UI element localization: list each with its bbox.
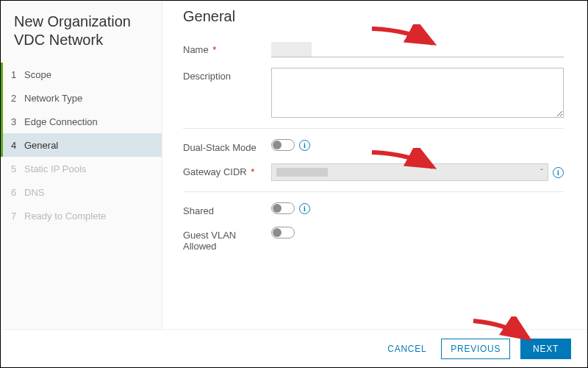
guest-vlan-toggle[interactable] bbox=[271, 227, 295, 238]
step-label: Edge Connection bbox=[24, 116, 98, 127]
step-label: Scope bbox=[24, 69, 51, 80]
label-name: Name * bbox=[183, 41, 271, 55]
step-label: Static IP Pools bbox=[24, 163, 86, 174]
wizard-title: New Organization VDC Network bbox=[1, 8, 162, 63]
required-mark: * bbox=[212, 44, 216, 55]
step-number: 5 bbox=[11, 163, 24, 174]
step-label: Ready to Complete bbox=[24, 210, 106, 222]
row-guest-vlan: Guest VLAN Allowed bbox=[183, 227, 564, 252]
step-label: DNS bbox=[24, 187, 44, 198]
row-dual-stack: Dual-Stack Mode i bbox=[183, 139, 564, 153]
label-gateway-cidr: Gateway CIDR * bbox=[183, 163, 271, 177]
info-icon[interactable]: i bbox=[553, 167, 564, 178]
previous-button[interactable]: PREVIOUS bbox=[441, 339, 510, 359]
divider bbox=[183, 128, 564, 129]
cancel-button[interactable]: CANCEL bbox=[383, 339, 431, 358]
step-scope[interactable]: 1Scope bbox=[1, 63, 162, 86]
step-number: 4 bbox=[11, 140, 24, 151]
step-ready-to-complete: 7Ready to Complete bbox=[1, 204, 162, 227]
info-icon[interactable]: i bbox=[299, 140, 310, 151]
row-shared: Shared i bbox=[183, 202, 564, 216]
name-input[interactable] bbox=[271, 42, 312, 57]
row-description: Description bbox=[183, 68, 564, 118]
description-textarea[interactable] bbox=[271, 68, 564, 118]
step-general[interactable]: 4General bbox=[1, 133, 162, 157]
page-title: General bbox=[183, 8, 564, 25]
label-dual-stack: Dual-Stack Mode bbox=[183, 139, 271, 153]
row-name: Name * bbox=[183, 41, 564, 57]
dialog-body: New Organization VDC Network 1Scope2Netw… bbox=[1, 1, 587, 329]
dual-stack-toggle[interactable] bbox=[271, 139, 295, 151]
wizard-dialog: New Organization VDC Network 1Scope2Netw… bbox=[0, 0, 588, 368]
step-network-type[interactable]: 2Network Type bbox=[1, 86, 162, 110]
step-static-ip-pools: 5Static IP Pools bbox=[1, 157, 162, 180]
wizard-steps: 1Scope2Network Type3Edge Connection4Gene… bbox=[1, 63, 162, 227]
step-number: 6 bbox=[11, 187, 24, 198]
wizard-sidebar: New Organization VDC Network 1Scope2Netw… bbox=[1, 1, 162, 329]
info-icon[interactable]: i bbox=[299, 203, 310, 214]
label-shared: Shared bbox=[183, 202, 271, 216]
chevron-down-icon: ˇ bbox=[540, 168, 543, 177]
step-number: 2 bbox=[11, 93, 24, 104]
required-mark: * bbox=[251, 166, 254, 177]
row-gateway-cidr: Gateway CIDR * ˇ i bbox=[183, 163, 564, 181]
step-number: 7 bbox=[11, 210, 24, 222]
gateway-cidr-select[interactable]: ˇ bbox=[271, 163, 548, 181]
wizard-footer: CANCEL PREVIOUS NEXT bbox=[1, 329, 587, 367]
step-number: 3 bbox=[11, 116, 24, 127]
step-number: 1 bbox=[11, 69, 24, 80]
step-edge-connection[interactable]: 3Edge Connection bbox=[1, 110, 162, 133]
divider bbox=[183, 191, 564, 192]
gateway-cidr-value bbox=[276, 168, 328, 177]
step-label: General bbox=[24, 140, 58, 151]
step-dns: 6DNS bbox=[1, 180, 162, 204]
label-guest-vlan: Guest VLAN Allowed bbox=[183, 227, 271, 252]
step-label: Network Type bbox=[24, 93, 82, 104]
wizard-content: General Name * Description bbox=[162, 1, 587, 329]
shared-toggle[interactable] bbox=[271, 202, 295, 214]
next-button[interactable]: NEXT bbox=[520, 339, 571, 359]
name-field-wrap bbox=[271, 41, 564, 57]
label-description: Description bbox=[183, 68, 271, 82]
